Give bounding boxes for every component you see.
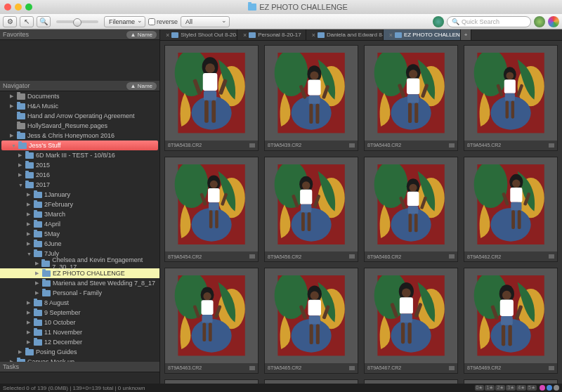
tree-item[interactable]: ▶Posing Guides	[0, 347, 159, 357]
new-tab-button[interactable]: +	[461, 30, 472, 40]
thumbnail[interactable]	[264, 379, 358, 384]
navigator-sort-button[interactable]: ▲ Name	[126, 82, 157, 90]
thumbnail-grid[interactable]: 8T9A5438.CR2 8T9A5439.CR2 8T9A5440.C	[160, 41, 562, 384]
thumbnail[interactable]: 8T9A5462.CR2	[464, 157, 558, 263]
disclosure-arrow-icon[interactable]: ▶	[10, 133, 17, 138]
star-filter-button[interactable]: 1★	[485, 385, 495, 391]
close-tab-icon[interactable]: ×	[389, 32, 393, 39]
color-label-filter[interactable]	[540, 385, 559, 391]
thumbnail-image[interactable]	[464, 380, 557, 384]
thumbnail[interactable]: 8T9A5467.CR2	[364, 268, 458, 374]
sync-status-icon[interactable]	[433, 16, 444, 27]
navigator-header[interactable]: Navigator ▲ Name	[0, 81, 159, 91]
user-badge-icon[interactable]	[534, 16, 545, 27]
thumbnail[interactable]	[464, 379, 558, 384]
thumbnail[interactable]	[164, 379, 259, 384]
tree-item[interactable]: ▶Jess & Chris Honeymoon 2016	[0, 131, 159, 141]
thumbnail[interactable]: 8T9A5438.CR2	[164, 45, 259, 151]
tree-item[interactable]: ▶10 October	[0, 318, 159, 327]
sort-field-select[interactable]: Filename	[104, 16, 145, 27]
thumbnail-image[interactable]	[265, 157, 358, 252]
close-window-button[interactable]	[4, 4, 11, 11]
thumbnail-image[interactable]	[265, 46, 358, 141]
tree-item[interactable]: ▼Jess's Stuff	[1, 141, 158, 150]
thumbnail[interactable]: 8T9A5445.CR2	[464, 45, 558, 151]
zoom-window-button[interactable]	[25, 4, 32, 11]
favorites-sort-button[interactable]: ▲ Name	[126, 31, 157, 39]
thumbnail-image[interactable]	[464, 157, 557, 252]
disclosure-arrow-icon[interactable]: ▶	[27, 329, 34, 335]
tree-item[interactable]: ▶Documents	[0, 91, 159, 101]
thumbnail[interactable]: 8T9A5454.CR2	[164, 157, 259, 263]
tab[interactable]: ×EZ PHOTO CHALLENGE	[384, 30, 461, 40]
color-dot-gray[interactable]	[554, 385, 559, 391]
minimize-window-button[interactable]	[15, 4, 22, 11]
close-tab-icon[interactable]: ×	[312, 32, 315, 39]
disclosure-arrow-icon[interactable]: ▶	[27, 192, 34, 197]
disclosure-arrow-icon[interactable]: ▶	[27, 320, 34, 325]
thumbnail-image[interactable]	[464, 46, 557, 141]
pointer-icon[interactable]: ↖	[20, 16, 34, 27]
thumbnail-size-slider[interactable]	[56, 20, 98, 23]
disclosure-arrow-icon[interactable]: ▶	[27, 339, 34, 345]
disclosure-arrow-icon[interactable]: ▶	[27, 221, 34, 227]
disclosure-arrow-icon[interactable]: ▶	[27, 211, 34, 217]
star-filter-button[interactable]: 3★	[506, 385, 516, 391]
thumbnail[interactable]	[364, 379, 458, 384]
tree-item[interactable]: ▶4April	[0, 219, 159, 229]
disclosure-arrow-icon[interactable]: ▼	[18, 183, 25, 188]
zoom-icon[interactable]: 🔍	[37, 16, 51, 27]
tree-item[interactable]: ▶Chelsea and Kevin Engagement 7_30_17	[0, 259, 159, 268]
thumbnail-image[interactable]	[365, 380, 457, 384]
disclosure-arrow-icon[interactable]: ▶	[27, 202, 34, 207]
tab[interactable]: ×Personal 8-20-17	[237, 30, 306, 40]
color-dot-magenta[interactable]	[540, 385, 545, 391]
color-dot-blue[interactable]	[547, 385, 552, 391]
tree-item[interactable]: ▶3March	[0, 209, 159, 219]
disclosure-arrow-icon[interactable]: ▶	[10, 103, 17, 109]
disclosure-arrow-icon[interactable]: ▶	[18, 349, 25, 355]
tree-item[interactable]: ▶Mariena and Steve Wedding 7_8_17	[0, 278, 159, 288]
thumbnail[interactable]: 8T9A5439.CR2	[264, 45, 358, 151]
thumbnail-image[interactable]	[165, 157, 258, 252]
disclosure-arrow-icon[interactable]: ▶	[27, 241, 34, 247]
reverse-checkbox[interactable]: reverse	[148, 18, 178, 25]
disclosure-arrow-icon[interactable]: ▶	[10, 93, 17, 99]
tree-item[interactable]: ▼2017	[0, 180, 159, 190]
search-input[interactable]: 🔍 Quick Search	[447, 16, 531, 27]
disclosure-arrow-icon[interactable]: ▶	[27, 310, 34, 315]
tree-item[interactable]: ▶2016	[0, 170, 159, 180]
tree-item[interactable]: ▶6D Mark III - TEST - 10/8/16	[0, 150, 159, 160]
thumbnail-image[interactable]	[165, 380, 258, 384]
tree-item[interactable]: ▶2February	[0, 200, 159, 209]
tree-item[interactable]: ▶11 November	[0, 327, 159, 337]
thumbnail[interactable]: 8T9A5469.CR2	[464, 268, 558, 374]
thumbnail-image[interactable]	[365, 46, 457, 141]
disclosure-arrow-icon[interactable]: ▶	[35, 290, 42, 296]
tree-item[interactable]: HollySavard_Resume.pages	[0, 121, 159, 131]
tab[interactable]: ×Styled Shoot Out 8-20-17	[160, 30, 237, 40]
tree-item[interactable]: ▶1January	[0, 190, 159, 200]
thumbnail-image[interactable]	[365, 268, 457, 363]
navigator-tree[interactable]: ▶Documents▶H&A MusicHand and Arrow Opera…	[0, 91, 159, 362]
star-filter[interactable]: 0★1★2★3★4★5★	[475, 385, 537, 391]
tree-item[interactable]: ▶12 December	[0, 337, 159, 347]
gear-icon[interactable]: ⚙	[3, 16, 17, 27]
star-filter-button[interactable]: 2★	[495, 385, 505, 391]
filter-select[interactable]: All	[181, 16, 230, 27]
tree-item[interactable]: Hand and Arrow Operating Agreement	[0, 111, 159, 121]
thumbnail-image[interactable]	[265, 380, 358, 384]
disclosure-arrow-icon[interactable]: ▶	[27, 231, 34, 237]
thumbnail-image[interactable]	[165, 268, 258, 363]
disclosure-arrow-icon[interactable]: ▶	[35, 270, 42, 276]
tree-item[interactable]: ▶6June	[0, 239, 159, 249]
tree-item[interactable]: ▶5May	[0, 229, 159, 239]
favorites-header[interactable]: Favorites ▲ Name	[0, 30, 159, 40]
star-filter-button[interactable]: 5★	[527, 385, 537, 391]
disclosure-arrow-icon[interactable]: ▼	[11, 143, 18, 148]
tasks-header[interactable]: Tasks	[0, 362, 159, 372]
disclosure-arrow-icon[interactable]: ▶	[18, 162, 25, 168]
star-filter-button[interactable]: 0★	[475, 385, 485, 391]
disclosure-arrow-icon[interactable]: ▶	[18, 152, 25, 158]
tree-item[interactable]: ▶Personal - Family	[0, 288, 159, 298]
